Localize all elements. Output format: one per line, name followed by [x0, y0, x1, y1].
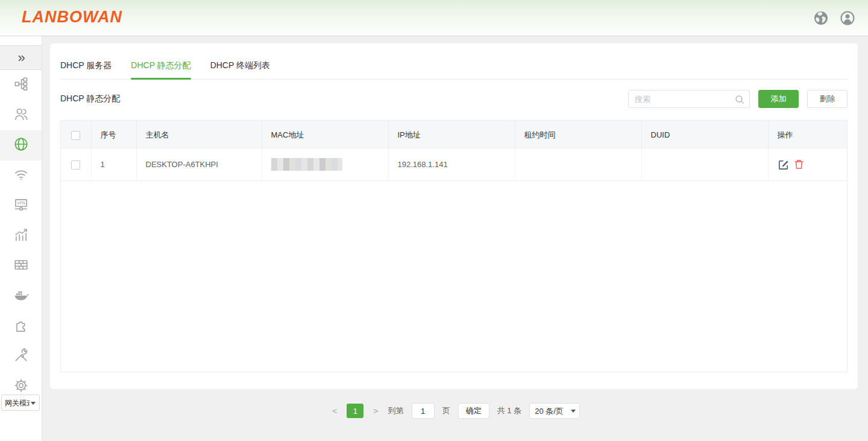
dhcp-tabs: DHCP 服务器 DHCP 静态分配 DHCP 终端列表	[60, 60, 848, 80]
column-header-hostname: 主机名	[136, 121, 262, 149]
chart-icon	[13, 227, 29, 245]
total-count-label: 共 1 条	[497, 405, 521, 416]
column-header-mac: MAC地址	[262, 121, 388, 149]
search-input[interactable]	[629, 90, 731, 107]
vpn-icon: VPN	[13, 197, 29, 215]
sidebar-item-tools[interactable]	[0, 341, 42, 372]
user-account-icon[interactable]	[839, 10, 856, 27]
dhcp-static-table: 序号 主机名 MAC地址 IP地址 租约时间 DUID 操作 1 DESKTOP…	[60, 120, 848, 372]
edit-icon[interactable]	[778, 159, 789, 170]
column-header-lease: 租约时间	[515, 121, 641, 149]
sidebar-item-topology[interactable]	[0, 70, 42, 100]
goto-page-input[interactable]	[412, 403, 435, 419]
confirm-page-button[interactable]: 确定	[458, 403, 489, 419]
search-box	[628, 90, 750, 108]
sidebar-item-wireless[interactable]	[0, 160, 42, 191]
select-all-checkbox[interactable]	[71, 131, 80, 140]
tab-dhcp-static[interactable]: DHCP 静态分配	[131, 60, 190, 79]
toolbar: DHCP 静态分配 添加 删除	[60, 90, 848, 108]
delete-row-icon[interactable]	[793, 159, 805, 170]
svg-text:VPN: VPN	[17, 201, 25, 205]
brand-logo: LANBOWAN	[22, 8, 122, 27]
double-chevron-right-icon: »	[17, 50, 24, 66]
language-globe-icon[interactable]	[813, 10, 829, 27]
sidebar-item-firewall[interactable]	[0, 251, 42, 281]
sidebar-item-statistics[interactable]	[0, 221, 42, 251]
column-header-ip: IP地址	[388, 121, 515, 149]
row-index: 1	[91, 149, 136, 180]
sidebar-item-vpn[interactable]: VPN	[0, 191, 42, 221]
gear-icon	[13, 378, 29, 396]
tab-dhcp-server[interactable]: DHCP 服务器	[60, 60, 112, 79]
sidebar: »	[0, 36, 42, 441]
column-header-actions: 操作	[768, 121, 847, 149]
content-card: DHCP 服务器 DHCP 静态分配 DHCP 终端列表 DHCP 静态分配 添…	[50, 43, 858, 389]
sidebar-item-users[interactable]	[0, 100, 42, 130]
row-checkbox[interactable]	[71, 160, 80, 170]
page-size-select-wrap: 20 条/页	[529, 403, 580, 419]
section-title: DHCP 静态分配	[60, 94, 120, 104]
goto-suffix-label: 页	[442, 405, 450, 416]
table-header-row: 序号 主机名 MAC地址 IP地址 租约时间 DUID 操作	[61, 121, 847, 149]
pagination: < 1 > 到第 页 确定 共 1 条 20 条/页	[42, 403, 868, 419]
docker-icon	[13, 287, 29, 305]
tools-icon	[13, 347, 29, 366]
users-icon	[13, 106, 29, 124]
globe-icon	[13, 136, 29, 154]
row-hostname: DESKTOP-A6TKHPI	[136, 149, 262, 180]
row-mac-redacted	[271, 158, 342, 171]
gateway-mode-select-wrap: 网关模式	[1, 395, 40, 411]
sidebar-item-network[interactable]	[0, 130, 42, 160]
main-content: DHCP 服务器 DHCP 静态分配 DHCP 终端列表 DHCP 静态分配 添…	[42, 36, 868, 441]
tab-dhcp-clients[interactable]: DHCP 终端列表	[210, 60, 270, 79]
current-page-button[interactable]: 1	[347, 404, 363, 418]
row-lease	[515, 149, 641, 180]
gateway-mode-select[interactable]: 网关模式	[1, 395, 40, 411]
next-page-icon[interactable]: >	[371, 406, 380, 416]
table-row: 1 DESKTOP-A6TKHPI 192.168.1.141	[61, 149, 847, 180]
puzzle-icon	[13, 317, 29, 335]
delete-button[interactable]: 删除	[807, 90, 848, 108]
sidebar-item-plugins[interactable]	[0, 311, 42, 341]
prev-page-icon[interactable]: <	[330, 406, 339, 416]
topology-icon	[13, 76, 29, 94]
page-size-select[interactable]: 20 条/页	[529, 403, 580, 419]
search-icon[interactable]	[735, 95, 744, 104]
goto-prefix-label: 到第	[388, 405, 404, 416]
sidebar-collapse-button[interactable]: »	[0, 45, 42, 70]
firewall-icon	[13, 257, 29, 275]
row-ip: 192.168.1.141	[388, 149, 515, 180]
row-duid	[641, 149, 768, 180]
add-button[interactable]: 添加	[758, 90, 799, 108]
top-header: LANBOWAN	[0, 0, 868, 36]
column-header-duid: DUID	[641, 121, 768, 149]
column-header-index: 序号	[91, 121, 136, 149]
wifi-icon	[13, 167, 29, 185]
sidebar-item-docker[interactable]	[0, 281, 42, 311]
